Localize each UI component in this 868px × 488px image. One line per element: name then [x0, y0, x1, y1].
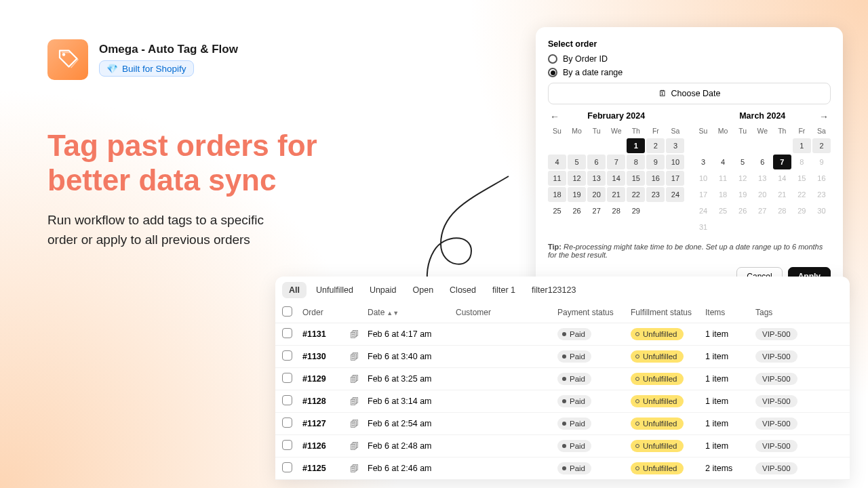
orders-tab[interactable]: Unpaid: [363, 282, 403, 298]
calendar-day[interactable]: 2: [646, 138, 665, 153]
calendar-day[interactable]: 15: [793, 171, 811, 186]
next-month-button[interactable]: →: [817, 110, 831, 123]
prev-month-button[interactable]: ←: [548, 110, 561, 123]
table-row[interactable]: #1130🗐Feb 6 at 3:40 amPaidUnfulfilled1 i…: [275, 346, 850, 368]
calendar-day[interactable]: 14: [607, 171, 625, 186]
calendar-day[interactable]: 11: [548, 171, 566, 186]
calendar-day[interactable]: 25: [714, 203, 732, 218]
calendar-day[interactable]: 24: [666, 187, 684, 202]
calendar-day[interactable]: 8: [793, 155, 811, 169]
row-checkbox[interactable]: [282, 462, 292, 472]
calendar-day[interactable]: 1: [793, 138, 811, 153]
calendar-day[interactable]: 1: [627, 138, 645, 153]
calendar-day[interactable]: 5: [568, 155, 586, 169]
calendar-day[interactable]: 20: [587, 187, 606, 202]
calendar-day[interactable]: 31: [694, 220, 713, 235]
calendar-day[interactable]: 13: [587, 171, 606, 186]
choose-date-button[interactable]: 🗓 Choose Date: [548, 83, 831, 104]
calendar-day[interactable]: 16: [812, 171, 831, 186]
calendar-day[interactable]: 22: [793, 187, 811, 202]
calendar-day[interactable]: 28: [773, 203, 791, 218]
calendar-day[interactable]: 29: [627, 203, 645, 218]
row-checkbox[interactable]: [282, 418, 292, 428]
col-customer[interactable]: Customer: [456, 308, 557, 317]
order-id[interactable]: #1127: [302, 419, 350, 428]
calendar-day[interactable]: 26: [734, 203, 752, 218]
calendar-day[interactable]: 17: [666, 171, 684, 186]
calendar-day[interactable]: 3: [694, 155, 713, 169]
calendar-day[interactable]: 27: [587, 203, 606, 218]
calendar-day[interactable]: 19: [734, 187, 752, 202]
calendar-day[interactable]: 10: [666, 155, 684, 169]
calendar-day[interactable]: 13: [753, 171, 772, 186]
calendar-day[interactable]: 21: [773, 187, 791, 202]
calendar-day[interactable]: 3: [666, 138, 684, 153]
order-id[interactable]: #1126: [302, 441, 350, 451]
table-row[interactable]: #1128🗐Feb 6 at 3:14 amPaidUnfulfilled1 i…: [275, 390, 850, 413]
calendar-day[interactable]: 10: [694, 171, 713, 186]
calendar-day[interactable]: 5: [734, 155, 752, 169]
order-id[interactable]: #1125: [302, 464, 350, 473]
col-tags[interactable]: Tags: [755, 308, 830, 317]
row-checkbox[interactable]: [282, 395, 292, 405]
calendar-day[interactable]: 12: [734, 171, 752, 186]
row-checkbox[interactable]: [282, 440, 292, 450]
row-checkbox[interactable]: [282, 373, 292, 383]
calendar-day[interactable]: 4: [714, 155, 732, 169]
col-payment[interactable]: Payment status: [557, 308, 631, 317]
calendar-day[interactable]: 14: [773, 171, 791, 186]
col-order[interactable]: Order: [302, 308, 368, 317]
table-row[interactable]: #1126🗐Feb 6 at 2:48 amPaidUnfulfilled1 i…: [275, 435, 850, 458]
calendar-day[interactable]: 19: [568, 187, 586, 202]
col-fulfillment[interactable]: Fulfillment status: [631, 308, 705, 317]
calendar-day[interactable]: 7: [607, 155, 625, 169]
calendar-day[interactable]: 8: [627, 155, 645, 169]
table-row[interactable]: #1131🗐Feb 6 at 4:17 amPaidUnfulfilled1 i…: [275, 323, 850, 346]
row-checkbox[interactable]: [282, 328, 292, 338]
row-checkbox[interactable]: [282, 350, 292, 361]
orders-tab[interactable]: Closed: [443, 282, 483, 298]
note-icon[interactable]: 🗐: [350, 329, 368, 340]
calendar-day[interactable]: 17: [694, 187, 713, 202]
note-icon[interactable]: 🗐: [350, 419, 368, 429]
orders-tab[interactable]: Unfulfilled: [309, 282, 360, 298]
order-id[interactable]: #1128: [302, 396, 350, 406]
calendar-day[interactable]: 22: [627, 187, 645, 202]
note-icon[interactable]: 🗐: [350, 374, 368, 384]
radio-by-date-range[interactable]: By a date range: [548, 68, 831, 77]
calendar-day[interactable]: 9: [812, 155, 831, 169]
orders-tab[interactable]: Open: [406, 282, 441, 298]
note-icon[interactable]: 🗐: [350, 441, 368, 451]
note-icon[interactable]: 🗐: [350, 464, 368, 474]
note-icon[interactable]: 🗐: [350, 396, 368, 407]
orders-tab[interactable]: filter 1: [486, 282, 522, 298]
table-row[interactable]: #1125🗐Feb 6 at 2:46 amPaidUnfulfilled2 i…: [275, 458, 850, 480]
col-items[interactable]: Items: [705, 308, 755, 317]
calendar-day[interactable]: 12: [568, 171, 586, 186]
orders-tab[interactable]: filter123123: [525, 282, 583, 298]
calendar-day[interactable]: 21: [607, 187, 625, 202]
calendar-day[interactable]: 18: [714, 187, 732, 202]
calendar-day[interactable]: 24: [694, 203, 713, 218]
calendar-day[interactable]: 11: [714, 171, 732, 186]
calendar-day[interactable]: 6: [753, 155, 772, 169]
calendar-day[interactable]: 6: [587, 155, 606, 169]
calendar-day[interactable]: 26: [568, 203, 586, 218]
calendar-day[interactable]: 15: [627, 171, 645, 186]
calendar-day[interactable]: 7: [773, 155, 791, 169]
calendar-day[interactable]: 20: [753, 187, 772, 202]
calendar-day[interactable]: 25: [548, 203, 566, 218]
order-id[interactable]: #1130: [302, 352, 350, 361]
calendar-day[interactable]: 29: [793, 203, 811, 218]
calendar-day[interactable]: 30: [812, 203, 831, 218]
calendar-day[interactable]: 18: [548, 187, 566, 202]
calendar-day[interactable]: 23: [812, 187, 831, 202]
table-row[interactable]: #1129🗐Feb 6 at 3:25 amPaidUnfulfilled1 i…: [275, 368, 850, 390]
calendar-day[interactable]: 28: [607, 203, 625, 218]
orders-tab[interactable]: All: [282, 282, 307, 298]
order-id[interactable]: #1129: [302, 374, 350, 384]
table-row[interactable]: #1127🗐Feb 6 at 2:54 amPaidUnfulfilled1 i…: [275, 413, 850, 435]
calendar-day[interactable]: 27: [753, 203, 772, 218]
calendar-day[interactable]: 16: [646, 171, 665, 186]
calendar-day[interactable]: 2: [812, 138, 831, 153]
